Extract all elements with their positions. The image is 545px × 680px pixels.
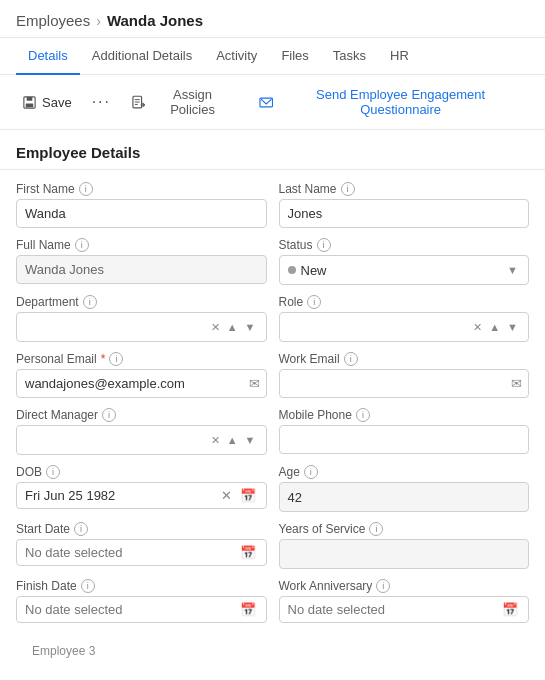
mobile-phone-input[interactable] bbox=[279, 425, 530, 454]
personal-email-input[interactable] bbox=[16, 369, 267, 398]
mobile-phone-info-icon[interactable]: i bbox=[356, 408, 370, 422]
full-name-label: Full Name i bbox=[16, 238, 267, 252]
full-name-info-icon[interactable]: i bbox=[75, 238, 89, 252]
direct-manager-down-btn[interactable]: ▼ bbox=[243, 433, 258, 447]
department-info-icon[interactable]: i bbox=[83, 295, 97, 309]
age-group: Age i 42 bbox=[279, 465, 530, 512]
breadcrumb: Employees › Wanda Jones bbox=[0, 0, 545, 38]
years-of-service-info-icon[interactable]: i bbox=[369, 522, 383, 536]
send-questionnaire-button[interactable]: Send Employee Engagement Questionnaire bbox=[253, 83, 529, 121]
tab-activity[interactable]: Activity bbox=[204, 38, 269, 75]
tab-additional-details[interactable]: Additional Details bbox=[80, 38, 204, 75]
svg-rect-1 bbox=[27, 96, 33, 100]
start-date-actions: 📅 bbox=[238, 545, 258, 560]
first-name-info-icon[interactable]: i bbox=[79, 182, 93, 196]
direct-manager-info-icon[interactable]: i bbox=[102, 408, 116, 422]
start-date-input[interactable] bbox=[25, 545, 238, 560]
direct-manager-group: Direct Manager i ✕ ▲ ▼ bbox=[16, 408, 267, 455]
start-date-info-icon[interactable]: i bbox=[74, 522, 88, 536]
employee-form: First Name i Last Name i Full Name i Sta… bbox=[0, 174, 545, 641]
mobile-phone-group: Mobile Phone i bbox=[279, 408, 530, 455]
role-select-actions: ✕ ▲ ▼ bbox=[471, 320, 520, 335]
first-name-input[interactable] bbox=[16, 199, 267, 228]
tab-hr[interactable]: HR bbox=[378, 38, 421, 75]
work-anniversary-input[interactable] bbox=[288, 602, 501, 617]
name-row: First Name i Last Name i bbox=[16, 182, 529, 236]
svg-rect-2 bbox=[26, 103, 34, 107]
department-select[interactable]: ✕ ▲ ▼ bbox=[16, 312, 267, 342]
years-of-service-value bbox=[279, 539, 530, 569]
manager-phone-row: Direct Manager i ✕ ▲ ▼ Mobile Phone i bbox=[16, 408, 529, 463]
full-name-input bbox=[16, 255, 267, 284]
personal-email-required: * bbox=[101, 352, 106, 366]
first-name-group: First Name i bbox=[16, 182, 267, 228]
finish-anniversary-row: Finish Date i 📅 Work Anniversary i 📅 bbox=[16, 579, 529, 631]
work-email-input[interactable] bbox=[279, 369, 530, 398]
toolbar-left: Save ··· bbox=[16, 89, 117, 115]
last-name-info-icon[interactable]: i bbox=[341, 182, 355, 196]
finish-date-input[interactable] bbox=[25, 602, 238, 617]
dob-field-wrapper: ✕ 📅 bbox=[16, 482, 267, 509]
last-name-label: Last Name i bbox=[279, 182, 530, 196]
dob-group: DOB i ✕ 📅 bbox=[16, 465, 267, 512]
more-options-button[interactable]: ··· bbox=[86, 89, 117, 115]
department-up-btn[interactable]: ▲ bbox=[225, 320, 240, 334]
work-email-info-icon[interactable]: i bbox=[344, 352, 358, 366]
direct-manager-select-actions: ✕ ▲ ▼ bbox=[209, 433, 258, 448]
last-name-group: Last Name i bbox=[279, 182, 530, 228]
dob-input[interactable] bbox=[25, 488, 219, 503]
save-button[interactable]: Save bbox=[16, 91, 78, 114]
toolbar: Save ··· Assign Policies Send Employee E… bbox=[0, 75, 545, 130]
finish-date-label: Finish Date i bbox=[16, 579, 267, 593]
status-dropdown-btn[interactable]: ▼ bbox=[505, 263, 520, 277]
last-name-input[interactable] bbox=[279, 199, 530, 228]
start-date-field-wrapper: 📅 bbox=[16, 539, 267, 566]
work-anniversary-actions: 📅 bbox=[500, 602, 520, 617]
department-down-btn[interactable]: ▼ bbox=[243, 320, 258, 334]
personal-email-info-icon[interactable]: i bbox=[109, 352, 123, 366]
finish-date-info-icon[interactable]: i bbox=[81, 579, 95, 593]
work-anniversary-info-icon[interactable]: i bbox=[376, 579, 390, 593]
dob-age-row: DOB i ✕ 📅 Age i 42 bbox=[16, 465, 529, 520]
assign-policies-button[interactable]: Assign Policies bbox=[125, 83, 241, 121]
role-clear-btn[interactable]: ✕ bbox=[471, 320, 484, 335]
breadcrumb-employees[interactable]: Employees bbox=[16, 12, 90, 29]
footer: Employee 3 bbox=[16, 634, 111, 668]
department-label: Department i bbox=[16, 295, 267, 309]
dob-calendar-btn[interactable]: 📅 bbox=[238, 488, 258, 503]
role-info-icon[interactable]: i bbox=[307, 295, 321, 309]
department-select-actions: ✕ ▲ ▼ bbox=[209, 320, 258, 335]
role-down-btn[interactable]: ▼ bbox=[505, 320, 520, 334]
dob-clear-btn[interactable]: ✕ bbox=[219, 488, 234, 503]
role-select[interactable]: ✕ ▲ ▼ bbox=[279, 312, 530, 342]
direct-manager-clear-btn[interactable]: ✕ bbox=[209, 433, 222, 448]
start-years-row: Start Date i 📅 Years of Service i bbox=[16, 522, 529, 577]
dob-info-icon[interactable]: i bbox=[46, 465, 60, 479]
direct-manager-select[interactable]: ✕ ▲ ▼ bbox=[16, 425, 267, 455]
start-date-calendar-btn[interactable]: 📅 bbox=[238, 545, 258, 560]
fullname-status-row: Full Name i Status i New ▼ bbox=[16, 238, 529, 293]
work-anniversary-label: Work Anniversary i bbox=[279, 579, 530, 593]
work-email-field-wrapper: ✉ bbox=[279, 369, 530, 398]
status-dot bbox=[288, 266, 296, 274]
start-date-group: Start Date i 📅 bbox=[16, 522, 267, 569]
role-up-btn[interactable]: ▲ bbox=[487, 320, 502, 334]
dots-label: ··· bbox=[92, 93, 111, 110]
dept-role-row: Department i ✕ ▲ ▼ Role i ✕ ▲ bbox=[16, 295, 529, 350]
tab-tasks[interactable]: Tasks bbox=[321, 38, 378, 75]
direct-manager-up-btn[interactable]: ▲ bbox=[225, 433, 240, 447]
work-anniversary-field-wrapper: 📅 bbox=[279, 596, 530, 623]
tab-details[interactable]: Details bbox=[16, 38, 80, 75]
status-select[interactable]: New ▼ bbox=[279, 255, 530, 285]
finish-date-field-wrapper: 📅 bbox=[16, 596, 267, 623]
department-clear-btn[interactable]: ✕ bbox=[209, 320, 222, 335]
finish-date-calendar-btn[interactable]: 📅 bbox=[238, 602, 258, 617]
work-anniversary-calendar-btn[interactable]: 📅 bbox=[500, 602, 520, 617]
status-info-icon[interactable]: i bbox=[317, 238, 331, 252]
tab-files[interactable]: Files bbox=[269, 38, 320, 75]
send-icon bbox=[259, 95, 273, 110]
dob-label: DOB i bbox=[16, 465, 267, 479]
work-anniversary-group: Work Anniversary i 📅 bbox=[279, 579, 530, 623]
age-info-icon[interactable]: i bbox=[304, 465, 318, 479]
first-name-label: First Name i bbox=[16, 182, 267, 196]
